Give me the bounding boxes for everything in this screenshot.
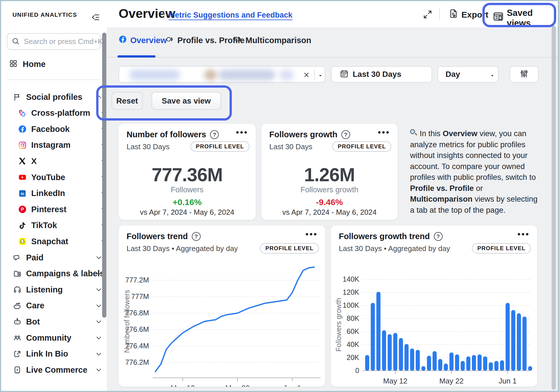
chevron-down-icon[interactable] xyxy=(95,318,102,325)
search-box[interactable] xyxy=(7,33,100,50)
sidebar-item-label: Listening xyxy=(26,285,63,294)
saved-views-label: Saved views xyxy=(507,8,559,28)
svg-text:40K: 40K xyxy=(347,340,360,348)
card-menu-icon[interactable]: ••• xyxy=(378,128,390,137)
svg-text:140K: 140K xyxy=(343,275,360,283)
compare-icon xyxy=(234,35,242,45)
header-divider xyxy=(164,9,165,20)
tab-label: Overview xyxy=(130,36,167,45)
kpi-title: Number of followers xyxy=(127,130,206,139)
app-logo: UNIFIED ANALYTICS xyxy=(12,11,77,18)
metric-suggestions-link[interactable]: Metric Suggestions and Feedback xyxy=(169,11,293,20)
profile-selector-divider xyxy=(314,69,315,80)
sidebar-item-label: Bot xyxy=(26,317,40,326)
close-icon[interactable] xyxy=(303,71,310,79)
chevron-down-icon[interactable] xyxy=(95,270,102,277)
save-as-view-button[interactable]: Save as view xyxy=(152,92,221,110)
sliders-icon xyxy=(519,69,529,80)
tab-multicomparison[interactable]: Multicomparison xyxy=(234,35,311,45)
card-menu-icon[interactable]: ••• xyxy=(236,128,248,137)
kpi-value: 1.26M xyxy=(261,164,398,186)
sidebar-scrollbar[interactable] xyxy=(102,33,106,318)
sidebar-item-live-commerce[interactable]: Live Commerce xyxy=(1,363,115,377)
page-title: Overview xyxy=(119,6,175,21)
community-icon xyxy=(13,334,22,342)
facebook-icon xyxy=(18,125,27,133)
sidebar-item-label: Community xyxy=(26,333,72,343)
blurred-profile-name xyxy=(218,69,275,80)
svg-text:Jun 1: Jun 1 xyxy=(499,377,517,385)
kpi-card-followers-growth: Followers growth? ••• Last 30 Days PROFI… xyxy=(261,124,398,220)
profile-selector[interactable] xyxy=(119,66,325,83)
svg-text:May 12: May 12 xyxy=(171,384,195,387)
sidebar-item-label: Home xyxy=(23,60,46,69)
svg-text:May 22: May 22 xyxy=(225,384,249,387)
date-range-picker[interactable]: Last 30 Days xyxy=(331,66,432,83)
followers-growth-trend-card: Followers growth trend? ••• Last 30 Days… xyxy=(331,225,537,387)
chevron-down-icon[interactable] xyxy=(95,351,102,357)
svg-text:P: P xyxy=(21,207,24,212)
sidebar-item-social-profiles[interactable]: Social profiles xyxy=(1,90,115,104)
chart-settings-button[interactable] xyxy=(510,66,539,83)
chevron-down-icon[interactable] xyxy=(95,366,102,373)
blurred-count-chip xyxy=(280,69,294,80)
kpi-card-number-of-followers: Number of followers? ••• Last 30 Days PR… xyxy=(119,124,256,220)
svg-text:776.2M: 776.2M xyxy=(125,358,149,366)
reset-button[interactable]: Reset xyxy=(112,92,143,110)
svg-text:100K: 100K xyxy=(343,301,360,309)
blurred-profile-chip xyxy=(129,69,180,80)
saved-views-button[interactable]: Saved views xyxy=(493,8,559,28)
chevron-down-icon[interactable] xyxy=(95,286,102,293)
sidebar-item-community[interactable]: Community xyxy=(1,330,115,345)
sidebar-item-label: YouTube xyxy=(31,173,65,182)
sidebar-item-link-in-bio[interactable]: Link In Bio xyxy=(1,347,115,361)
tab-label: Multicomparison xyxy=(245,36,311,45)
chevron-down-icon[interactable] xyxy=(95,254,102,261)
chevron-up-icon[interactable] xyxy=(95,94,102,100)
svg-text:Followers growth: Followers growth xyxy=(335,298,342,352)
sidebar-item-care[interactable]: Care xyxy=(1,298,115,313)
svg-text:Number of followers: Number of followers xyxy=(123,290,131,353)
sidebar-item-label: X xyxy=(31,157,37,166)
sidebar-item-paid[interactable]: Paid xyxy=(1,250,115,265)
chevron-down-icon[interactable] xyxy=(95,302,102,309)
tab-profile-vs-profile[interactable]: Profile vs. Profile xyxy=(166,35,245,45)
chevron-down-icon xyxy=(490,73,495,79)
help-icon[interactable]: ? xyxy=(210,130,219,139)
sidebar-item-bot[interactable]: Bot xyxy=(1,314,115,329)
chevron-down-icon[interactable] xyxy=(318,73,323,79)
svg-text:777M: 777M xyxy=(131,292,149,300)
followers-growth-bar-chart: 140K120K100K80K60K40K20K0May 12May 22Jun… xyxy=(331,225,537,388)
granularity-dropdown[interactable]: Day xyxy=(438,66,499,83)
compare-icon xyxy=(166,35,174,45)
export-button[interactable]: Export xyxy=(448,9,488,21)
tiktok-icon xyxy=(18,221,27,230)
active-tab-underline xyxy=(117,55,155,58)
x-icon xyxy=(18,157,27,165)
sidebar-item-label: Cross-platform xyxy=(31,108,90,118)
kpi-comparison-period: vs Apr 7, 2024 - May 6, 2024 xyxy=(119,208,256,217)
sidebar-item-campaigns-labels[interactable]: Campaigns & labels xyxy=(1,266,115,281)
sidebar-item-listening[interactable]: Listening xyxy=(1,282,115,297)
collapse-sidebar-icon[interactable] xyxy=(91,12,100,21)
sidebar-item-label: Snapchat xyxy=(31,237,68,246)
sidebar-item-label: Link In Bio xyxy=(26,349,68,359)
svg-text:May 22: May 22 xyxy=(439,377,463,385)
help-icon[interactable]: ? xyxy=(341,130,350,139)
youtube-icon xyxy=(18,173,27,182)
page-scrollbar[interactable] xyxy=(552,26,556,390)
sidebar-item-home[interactable]: Home xyxy=(9,59,46,69)
date-range-label: Last 30 Days xyxy=(353,70,401,79)
chevron-down-icon[interactable] xyxy=(95,334,102,341)
blurred-avatar xyxy=(204,69,217,80)
tab-overview[interactable]: Overview xyxy=(119,35,167,45)
overview-info-text: In this Overview view, you can analyze m… xyxy=(410,128,540,216)
sidebar: UNIFIED ANALYTICS Home Social profiles C… xyxy=(1,1,107,391)
svg-text:20K: 20K xyxy=(347,353,360,361)
livecommerce-icon xyxy=(13,366,22,374)
search-icon xyxy=(11,37,20,47)
facebook-icon xyxy=(119,35,127,45)
tabbar-border xyxy=(107,57,559,58)
expand-icon[interactable] xyxy=(423,10,432,20)
svg-text:777.2M: 777.2M xyxy=(125,276,149,284)
